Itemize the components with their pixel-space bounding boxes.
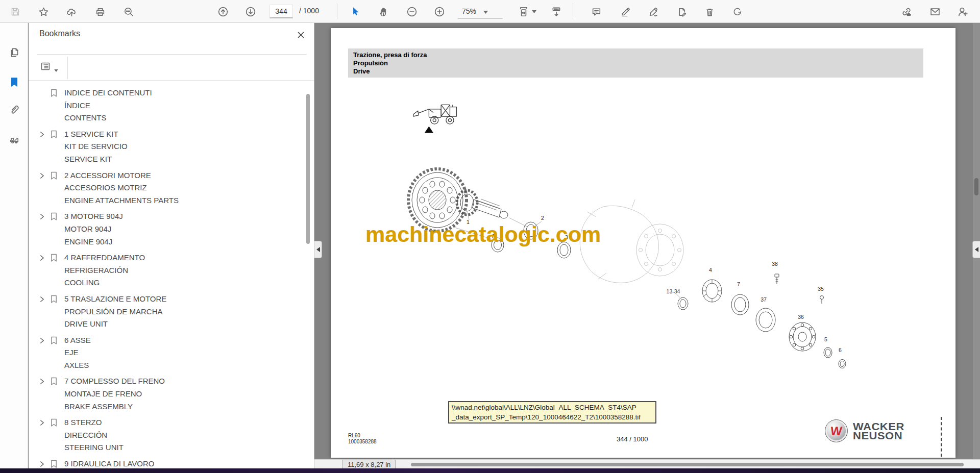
bookmark-label: 8 STERZODIRECCIÓNSTEERING UNIT <box>64 416 124 454</box>
bookmark-icon <box>49 87 58 97</box>
bookmark-item[interactable]: 8 STERZODIRECCIÓNSTEERING UNIT <box>29 416 305 454</box>
bookmark-icon <box>49 334 58 345</box>
header-line-en: Drive <box>353 67 923 76</box>
attachments-icon[interactable] <box>8 104 21 117</box>
wacker-neuson-logo: W WACKER NEUSON <box>825 419 904 442</box>
panel-divider <box>29 80 314 81</box>
page-total-label: / 1000 <box>299 7 319 15</box>
select-tool-icon[interactable] <box>349 6 361 18</box>
search-icon[interactable] <box>122 6 135 18</box>
logo-monogram: W <box>830 424 843 438</box>
bookmarks-scrollbar[interactable] <box>306 94 310 244</box>
zoom-in-icon[interactable] <box>433 6 446 18</box>
crop-mark-line <box>941 417 942 457</box>
toolbar-separator <box>337 4 337 19</box>
document-footer-ids: RL60 1000358288 <box>348 433 377 445</box>
expand-chevron-icon[interactable] <box>37 416 47 426</box>
redo-icon[interactable] <box>731 6 743 18</box>
chevron-down-icon <box>483 7 488 16</box>
sign-pen-icon[interactable] <box>647 6 659 18</box>
logo-badge: W <box>825 419 848 442</box>
bookmark-item[interactable]: 2 ACCESSORI MOTOREACCESORIOS MOTRIZENGIN… <box>29 169 305 207</box>
chevron-down-icon[interactable] <box>54 65 58 74</box>
bookmark-item[interactable]: 3 MOTORE 904JMOTOR 904JENGINE 904J <box>29 210 305 248</box>
bookmark-item[interactable]: 1 SERVICE KITKIT DE SERVICIOSERVICE KIT <box>29 128 305 166</box>
bookmark-label: 1 SERVICE KITKIT DE SERVICIOSERVICE KIT <box>64 128 128 166</box>
horizontal-scrollbar-track[interactable] <box>314 459 980 469</box>
exploded-parts-diagram <box>392 125 964 380</box>
bookmark-item[interactable]: 5 TRASLAZIONE E MOTOREPROPULSIÓN DE MARC… <box>29 293 305 331</box>
expand-chevron-icon[interactable] <box>37 458 47 467</box>
bookmark-icon <box>49 416 58 427</box>
logo-wordmark: WACKER NEUSON <box>853 421 904 440</box>
bookmark-label: 5 TRASLAZIONE E MOTOREPROPULSIÓN DE MARC… <box>64 293 166 331</box>
star-icon[interactable] <box>37 6 50 18</box>
bookmark-label: INDICE DEI CONTENUTIÍNDICECONTENTS <box>64 87 152 125</box>
delete-icon[interactable] <box>703 6 716 18</box>
truck-info-icon[interactable] <box>8 132 21 145</box>
fit-width-icon[interactable] <box>518 6 530 18</box>
page-number-input[interactable]: 344 <box>270 5 293 18</box>
bookmark-icon <box>49 458 58 468</box>
top-toolbar: 344 / 1000 75% <box>0 0 980 23</box>
taskbar-edge-strip <box>0 468 980 473</box>
share-cloud-icon[interactable] <box>65 6 78 18</box>
highlight-icon[interactable] <box>620 6 632 18</box>
page-thumbnails-icon[interactable] <box>8 46 21 59</box>
previous-page-icon[interactable] <box>217 6 229 18</box>
page-indicator: 344 / 1000 <box>617 435 648 443</box>
expand-chevron-icon[interactable] <box>37 252 47 261</box>
comment-icon[interactable] <box>590 6 602 18</box>
print-icon[interactable] <box>94 6 106 18</box>
scroll-mode-icon[interactable] <box>550 6 562 18</box>
panel-divider <box>37 54 307 55</box>
bookmark-item[interactable]: 7 COMPLESSO DEL FRENOMONTAJE DE FRENOBRA… <box>29 375 305 413</box>
bookmark-icon <box>49 128 58 139</box>
zoom-level-value: 75% <box>462 7 476 15</box>
vertical-scrollbar[interactable] <box>974 178 978 195</box>
expand-right-panel-handle[interactable] <box>972 241 980 258</box>
horizontal-scrollbar[interactable] <box>411 463 964 466</box>
add-person-icon[interactable] <box>957 6 969 18</box>
bookmark-item[interactable]: 4 RAFFREDDAMENTOREFRIGERACIÓNCOOLING <box>29 252 305 289</box>
bookmark-label: 2 ACCESSORI MOTOREACCESORIOS MOTRIZENGIN… <box>64 169 179 207</box>
share-link-icon[interactable] <box>900 6 913 18</box>
next-page-icon[interactable] <box>244 6 257 18</box>
expand-chevron-icon[interactable] <box>37 334 47 344</box>
bookmark-options-icon[interactable] <box>38 59 53 74</box>
hand-tool-icon[interactable] <box>378 6 390 18</box>
bookmark-icon <box>49 169 58 180</box>
email-icon[interactable] <box>929 6 941 18</box>
save-icon[interactable] <box>9 6 21 18</box>
bookmark-label: 4 RAFFREDDAMENTOREFRIGERACIÓNCOOLING <box>64 252 145 289</box>
bookmark-icon <box>49 252 58 262</box>
logo-line-2: NEUSON <box>853 431 904 440</box>
expand-chevron-icon[interactable] <box>37 293 47 303</box>
expand-chevron-icon[interactable] <box>37 210 47 220</box>
zoom-out-icon[interactable] <box>406 6 418 18</box>
bookmarks-panel-icon[interactable] <box>8 76 21 89</box>
expand-chevron-icon[interactable] <box>37 128 47 138</box>
file-path-line-2: _data_export_SP_Temp\120_1000464622_T2\1… <box>452 412 653 422</box>
bookmark-icon <box>49 293 58 304</box>
bookmarks-panel: Bookmarks INDICE DEI CONTENUTIÍNDICECONT… <box>29 23 314 473</box>
collapse-left-panel-handle[interactable] <box>314 241 322 258</box>
expand-chevron-icon[interactable] <box>37 375 47 385</box>
zoom-level-dropdown[interactable]: 75% <box>458 4 503 19</box>
expand-chevron-icon[interactable] <box>37 169 47 179</box>
close-icon[interactable] <box>295 29 306 40</box>
bookmark-item[interactable]: INDICE DEI CONTENUTIÍNDICECONTENTS <box>29 87 305 125</box>
bookmark-label: 7 COMPLESSO DEL FRENOMONTAJE DE FRENOBRA… <box>64 375 165 413</box>
file-path-tooltip: \\wnad.net\global\ALL\LNZ\Global_ALL_SCH… <box>448 401 656 424</box>
bookmark-icon <box>49 210 58 221</box>
bookmark-item[interactable]: 6 ASSEEJEAXLES <box>29 334 305 372</box>
edit-page-icon[interactable] <box>675 6 688 18</box>
model-code: RL60 <box>348 433 377 439</box>
chevron-down-icon[interactable] <box>531 6 537 18</box>
document-canvas: Trazione, presa di forza Propulsión Driv… <box>314 23 980 473</box>
panel-divider <box>67 57 68 79</box>
pdf-page: Trazione, presa di forza Propulsión Driv… <box>331 28 955 458</box>
bookmarks-panel-title: Bookmarks <box>39 29 80 38</box>
page-header-bar: Trazione, presa di forza Propulsión Driv… <box>348 48 923 78</box>
bookmarks-list: INDICE DEI CONTENUTIÍNDICECONTENTS1 SERV… <box>29 87 305 473</box>
